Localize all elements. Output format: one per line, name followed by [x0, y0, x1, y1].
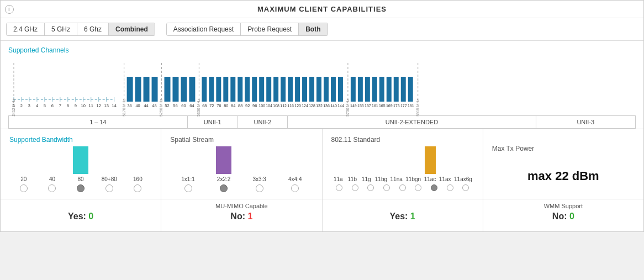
- svg-text:40: 40: [135, 103, 140, 108]
- wmm-no-label: No:: [552, 212, 567, 221]
- wmm-yes-panel: Yes: 1: [323, 199, 483, 231]
- std-radio-11ax: [447, 184, 453, 191]
- info-icon[interactable]: i: [5, 5, 14, 14]
- bw-20-bar: [16, 172, 31, 174]
- svg-text:5730 MHz: 5730 MHz: [346, 99, 350, 117]
- bw-160-bar: [130, 172, 145, 174]
- ss-4x4-bar: [287, 172, 303, 174]
- svg-text:181: 181: [408, 104, 414, 108]
- svg-rect-54: [358, 77, 363, 102]
- svg-rect-56: [372, 77, 377, 102]
- svg-rect-57: [379, 77, 384, 102]
- svg-rect-31: [202, 77, 207, 102]
- wmm-yes-stat: Yes: 1: [389, 212, 415, 221]
- svg-rect-19: [127, 77, 133, 102]
- freq-tab-group: 2.4 GHz 5 GHz 6 Ghz Combined: [6, 23, 155, 36]
- svg-text:6: 6: [51, 103, 54, 108]
- standard-radio-row: [331, 184, 474, 191]
- bw-80-80-bar: [102, 172, 117, 174]
- tab-combined[interactable]: Combined: [109, 23, 155, 35]
- svg-text:153: 153: [357, 104, 364, 108]
- bw-radio-80: [77, 184, 85, 192]
- spatial-stream-panel: Spatial Stream 1x1:1 2x2:2 3x3:3 4x4:4: [161, 129, 322, 199]
- svg-text:124: 124: [302, 104, 308, 108]
- std-radio-11a-circle: [336, 184, 342, 191]
- std-11ax6g-label: 11ax6g: [454, 176, 472, 182]
- svg-text:173: 173: [393, 104, 400, 108]
- bw-80-80: 80+80: [102, 172, 117, 182]
- svg-rect-21: [144, 77, 150, 102]
- bw-radio-20-circle: [20, 184, 28, 192]
- svg-rect-46: [309, 77, 314, 102]
- svg-text:1: 1: [13, 103, 15, 108]
- bandwidth-title: Supported Bandwidth: [9, 136, 73, 144]
- svg-rect-22: [152, 77, 158, 102]
- svg-text:80: 80: [224, 103, 228, 108]
- std-11g-bar: [361, 172, 372, 174]
- svg-text:169: 169: [386, 104, 393, 108]
- standard-panel: 802.11 Standard 11a 11b 11g 11bg: [323, 129, 483, 199]
- svg-text:13: 13: [104, 103, 109, 108]
- bw-40-label: 40: [49, 176, 55, 182]
- channels-label: Supported Channels: [8, 46, 636, 54]
- tab-probe-request[interactable]: Probe Request: [241, 23, 299, 35]
- tab-association-request[interactable]: Association Request: [167, 23, 241, 35]
- mu-mimo-no-panel: MU-MIMO Capable No: 1: [161, 199, 322, 231]
- ss-1x1-label: 1x1:1: [181, 176, 194, 182]
- std-11ax-label: 11ax: [439, 176, 451, 182]
- ss-radio-2x2-circle: [220, 184, 228, 192]
- svg-rect-48: [324, 77, 329, 102]
- svg-text:161: 161: [372, 104, 378, 108]
- svg-text:165: 165: [379, 104, 386, 108]
- mu-mimo-no-stat: No: 1: [230, 212, 252, 221]
- ss-radio-1x1-circle: [184, 184, 192, 192]
- band-unii2: UNII-2: [238, 116, 288, 128]
- std-radio-11ax-circle: [447, 184, 453, 191]
- svg-rect-28: [189, 77, 195, 102]
- ss-2x2-label: 2x2:2: [217, 176, 230, 182]
- bw-80-bar: [73, 146, 88, 174]
- svg-rect-61: [408, 77, 413, 102]
- bw-radio-20: [20, 184, 28, 192]
- bw-20: 20: [16, 172, 31, 182]
- ss-radio-1x1: [184, 184, 192, 192]
- std-radio-11bg-circle: [383, 184, 390, 191]
- std-radio-11ax6g-circle: [462, 184, 469, 191]
- std-11a: 11a: [332, 172, 344, 182]
- std-11a-label: 11a: [334, 176, 343, 182]
- svg-rect-50: [338, 77, 343, 102]
- svg-text:44: 44: [144, 103, 148, 108]
- band-unii3: UNII-3: [536, 116, 635, 128]
- svg-text:10: 10: [81, 103, 86, 108]
- wmm-yes-value: 1: [410, 212, 415, 221]
- spatial-chart: 1x1:1 2x2:2 3x3:3 4x4:4: [170, 149, 313, 182]
- std-radio-11g-circle: [367, 184, 374, 191]
- svg-text:128: 128: [309, 104, 315, 108]
- bw-radio-40-circle: [48, 184, 56, 192]
- svg-rect-49: [331, 77, 336, 102]
- ss-4x4: 4x4:4: [287, 172, 303, 182]
- request-tab-group: Association Request Probe Request Both: [166, 23, 328, 36]
- svg-rect-45: [302, 77, 307, 102]
- ss-3x3: 3x3:3: [252, 172, 267, 182]
- svg-rect-43: [288, 77, 293, 102]
- svg-text:120: 120: [294, 104, 301, 108]
- svg-text:48: 48: [152, 103, 156, 108]
- std-11ax-bar: [440, 172, 451, 174]
- svg-rect-27: [181, 77, 187, 102]
- svg-text:100: 100: [258, 104, 265, 108]
- tab-6ghz[interactable]: 6 Ghz: [77, 23, 109, 35]
- bw-radio-80-circle: [77, 184, 85, 192]
- svg-rect-26: [172, 77, 178, 102]
- wmm-no-stat: No: 0: [552, 212, 574, 221]
- tab-2-4ghz[interactable]: 2.4 GHz: [7, 23, 45, 35]
- svg-rect-25: [165, 77, 171, 102]
- svg-rect-36: [237, 77, 242, 102]
- svg-text:14: 14: [112, 103, 117, 108]
- tab-5ghz[interactable]: 5 GHz: [45, 23, 77, 35]
- tab-both[interactable]: Both: [299, 23, 327, 35]
- band-1-14: 1 – 14: [9, 116, 188, 128]
- bw-radio-80-80: [105, 184, 113, 192]
- bw-40-bar: [44, 172, 60, 174]
- svg-text:92: 92: [245, 103, 250, 108]
